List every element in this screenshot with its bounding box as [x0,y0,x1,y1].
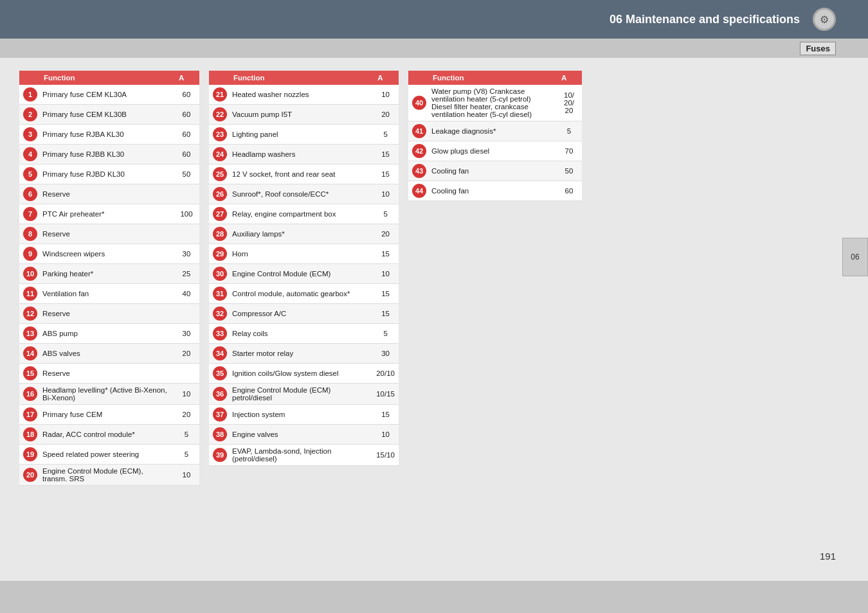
number-badge: 29 [213,247,227,261]
table-row: 35Ignition coils/Glow system diesel20/10 [209,364,399,384]
function-cell: Primary fuse RJBA KL30 [39,125,174,145]
function-cell: Control module, automatic gearbox* [228,284,372,304]
header: 06 Maintenance and specifications ⚙ [0,0,868,39]
row-number: 27 [209,204,228,224]
function-cell: Auxiliary lamps* [228,224,372,244]
ampere-cell: 20 [372,105,399,125]
function-cell: Injection system [228,405,372,425]
row-number: 36 [209,384,228,405]
number-badge: 44 [412,184,426,198]
ampere-cell [174,304,199,324]
ampere-cell: 50 [174,164,199,184]
row-number: 39 [209,445,228,466]
col-a-header-2: A [372,71,399,85]
row-number: 16 [19,384,39,405]
chapter-tab: 06 [842,238,868,276]
fuse-table-2: Function A 21Heated washer nozzles1022Va… [209,71,399,466]
function-cell: Heated washer nozzles [228,85,372,105]
number-badge: 17 [23,407,37,422]
number-badge: 9 [23,247,37,261]
row-number: 11 [19,284,39,304]
ampere-cell: 5 [372,125,399,145]
row-number: 10 [19,264,39,284]
table-row: 6Reserve [19,184,199,204]
function-cell: EVAP, Lambda-sond, Injection (petrol/die… [228,445,372,466]
table-row: 29Horn15 [209,244,399,264]
number-badge: 36 [213,387,227,401]
table-row: 20Engine Control Module (ECM), transm. S… [19,465,199,486]
row-number: 28 [209,224,228,244]
function-cell: Engine Control Module (ECM) [228,264,372,284]
number-badge: 20 [23,468,37,482]
table-row: 16Headlamp levelling* (Active Bi-Xenon, … [19,384,199,405]
number-badge: 13 [23,326,37,341]
function-cell: Engine Control Module (ECM), transm. SRS [39,465,174,486]
row-number: 13 [19,324,39,344]
fuse-table-3: Function A 40Water pump (V8) Crankcase v… [408,71,582,201]
table-row: 32Compressor A/C15 [209,304,399,324]
table-row: 3Primary fuse RJBA KL3060 [19,125,199,145]
ampere-cell: 25 [174,264,199,284]
ampere-cell: 15 [372,164,399,184]
table-row: 11Ventilation fan40 [19,284,199,304]
table-row: 1Primary fuse CEM KL30A60 [19,85,199,105]
table-row: 2512 V socket, front and rear seat15 [209,164,399,184]
function-cell: Engine Control Module (ECM) petrol/diese… [228,384,372,405]
row-number: 26 [209,184,228,204]
col-a-header-3: A [556,71,582,85]
ampere-cell: 10 [174,384,199,405]
table-row: 7PTC Air preheater*100 [19,204,199,224]
row-number: 4 [19,145,39,164]
table-row: 44Cooling fan60 [408,181,582,201]
page-wrapper: 06 Maintenance and specifications ⚙ Fuse… [0,0,868,613]
row-number: 22 [209,105,228,125]
function-cell: Ignition coils/Glow system diesel [228,364,372,384]
table-row: 34Starter motor relay30 [209,344,399,364]
ampere-cell: 30 [174,244,199,264]
ampere-cell: 60 [174,125,199,145]
ampere-cell: 10 [372,85,399,105]
number-badge: 37 [213,407,227,422]
ampere-cell: 5 [372,324,399,344]
content-area: Function A 1Primary fuse CEM KL30A602Pri… [0,58,868,581]
row-number: 40 [408,85,428,121]
ampere-cell: 10 [372,184,399,204]
row-number: 5 [19,164,39,184]
number-badge: 7 [23,207,37,221]
ampere-cell: 10/ 20/ 20 [556,85,582,121]
ampere-cell: 15 [372,284,399,304]
ampere-cell: 30 [174,324,199,344]
number-badge: 33 [213,326,227,341]
table-row: 10Parking heater*25 [19,264,199,284]
table-row: 15Reserve [19,364,199,384]
function-cell: Speed related power steering [39,445,174,465]
ampere-cell: 20 [174,405,199,425]
number-badge: 35 [213,366,227,380]
number-badge: 26 [213,187,227,201]
col-func-header-3: Function [428,71,556,85]
ampere-cell: 70 [556,141,582,161]
table-row: 26Sunroof*, Roof console/ECC*10 [209,184,399,204]
function-cell: Reserve [39,184,174,204]
table-row: 43Cooling fan50 [408,161,582,181]
tables-wrapper: Function A 1Primary fuse CEM KL30A602Pri… [19,71,849,568]
number-badge: 15 [23,366,37,380]
function-cell: Engine valves [228,425,372,445]
table-row: 23Lighting panel5 [209,125,399,145]
table-row: 5Primary fuse RJBD KL3050 [19,164,199,184]
number-badge: 38 [213,427,227,441]
row-number: 9 [19,244,39,264]
ampere-cell: 20 [372,224,399,244]
number-badge: 24 [213,147,227,161]
row-number: 21 [209,85,228,105]
ampere-cell: 60 [174,145,199,164]
number-badge: 41 [412,124,426,138]
function-cell: Primary fuse RJBB KL30 [39,145,174,164]
table-row: 8Reserve [19,224,199,244]
number-badge: 12 [23,306,37,321]
table-row: 9Windscreen wipers30 [19,244,199,264]
table-row: 17Primary fuse CEM20 [19,405,199,425]
col-func-header-2: Function [228,71,372,85]
col-num-header-1 [19,71,39,85]
function-cell: Compressor A/C [228,304,372,324]
